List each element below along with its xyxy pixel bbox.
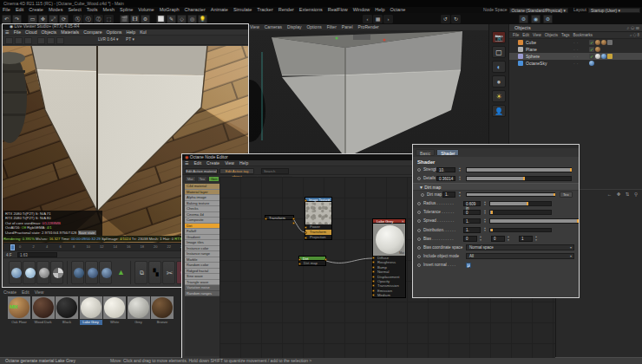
object-tree-row[interactable]: Plane ·· ✓ [509,46,642,53]
viewport-menu-item[interactable]: View [250,24,259,30]
objects-menu-item[interactable]: Bookmarks [573,32,593,38]
render-pv-icon[interactable]: 🎞 [130,15,140,23]
object-tags[interactable]: ✓ [589,54,613,59]
lv-tool-icon[interactable] [15,37,23,44]
menu-item[interactable]: Character [182,7,208,13]
lv-menu-item[interactable]: Help [126,29,135,35]
radius-value[interactable]: 0.609 in [463,201,481,207]
distribution-slider[interactable] [489,228,552,233]
x-axis-icon[interactable]: Ⓧ [73,15,82,23]
z-axis-icon[interactable]: Ⓩ [94,15,103,23]
lv-apply-specular-icon[interactable] [99,261,112,284]
undo-icon[interactable]: ↶ [2,15,11,23]
object-tree-row[interactable]: Sphere ·· ✓ [509,53,642,60]
menu-item[interactable]: Mesh [101,7,117,13]
select-tool-icon[interactable]: ▭ [28,15,37,23]
lv-menu-item[interactable]: Kul [140,29,147,35]
anim-dot[interactable] [421,193,424,197]
coord-system-icon[interactable]: ⬚ [104,15,114,23]
node-space-dropdown[interactable]: Octane (Standard/Physical) ▾ [509,8,568,13]
layout-dropdown[interactable]: Startup (User) ▾ [588,8,640,13]
node-input-row[interactable]: Projection [305,235,332,240]
ne-menu-item[interactable]: View [225,160,234,166]
lv-tool-icon[interactable] [56,37,64,44]
menu-item[interactable]: Create [26,7,46,13]
add-light-icon[interactable]: 💡 [198,15,207,23]
tolerance-value[interactable]: 0 [463,210,481,216]
edit-active-material-button[interactable]: Edit Active material [185,168,218,174]
menu-item[interactable]: Octane [388,7,409,13]
material-node[interactable]: Lake Grey ✕ Mat DiffuseRoughnessBumpNorm… [372,218,406,298]
bias-x-value[interactable]: 0 [463,236,477,242]
viewport-menu-item[interactable]: Display [287,24,301,30]
node-category-tab[interactable]: Mat [185,176,196,182]
object-visibility-dots[interactable]: ·· [573,40,580,45]
lv-hamburger-icon[interactable]: ☰ [5,29,10,35]
ne-menu-item[interactable]: Edit [193,160,201,166]
sun-icon[interactable]: ☀ [492,90,506,102]
figure-icon[interactable]: 👤 [492,105,506,117]
bias-y-value[interactable]: 0 [491,236,505,242]
menu-item[interactable]: Simulate [231,7,254,13]
object-visibility-dots[interactable]: ·· [573,54,580,59]
object-tags[interactable]: ✓ [589,47,600,52]
add-spline-icon[interactable]: ✎ [167,15,176,23]
history-back-icon[interactable]: ↺ [441,15,450,23]
object-visibility-dots[interactable]: ·· [573,47,580,52]
lv-glossy-material-icon[interactable] [23,261,36,284]
transform-node[interactable]: Transform [265,215,294,220]
ne-hamburger-icon[interactable]: ☰ [185,160,188,166]
rotate-tool-icon[interactable]: ⟳ [59,15,69,23]
nav-back-icon[interactable]: ‹ [363,15,372,23]
lv-tool-icon[interactable] [37,37,45,44]
menu-item[interactable]: Modes [46,7,66,13]
nav-home-icon[interactable]: ▦ [373,15,383,23]
material-thumbnail[interactable]: Wood Dark [32,296,55,325]
image-texture-node[interactable]: Image Texture ✕ PowerTransformProjection [305,197,332,240]
material-thumbnail[interactable]: White [103,296,126,325]
material-thumbnail[interactable]: MIX Oak Floor [8,296,30,325]
lv-tool-icon[interactable] [24,37,32,44]
tab-basic[interactable]: Basic [416,149,435,156]
lv-menu-item[interactable]: Options [107,29,122,35]
y-axis-icon[interactable]: Ⓨ [83,15,93,23]
lv-scissors-icon[interactable]: ✂ [162,261,175,284]
lv-apply-glossy-icon[interactable] [85,261,98,284]
render-settings-icon[interactable]: ⚙ [141,15,150,23]
menu-item[interactable]: Extensions [297,7,325,13]
lv-checker-icon[interactable]: ▚ [148,261,161,284]
tolerance-slider[interactable] [489,210,552,215]
objects-panel-header[interactable]: Objects⌕ ◎ ☰ [509,24,642,32]
octane-lv-gear-icon[interactable]: ⚙ [543,15,553,23]
bias-space-dropdown[interactable]: Normal space [466,244,574,250]
lv-menu-item[interactable]: Materials [61,29,79,35]
strength-value[interactable]: 10. [436,167,455,173]
invert-normal-checkbox[interactable]: ✓ [466,263,471,268]
viewport-menu-item[interactable]: Cameras [265,24,282,30]
lv-diffuse-material-icon[interactable] [9,261,22,284]
add-generator-icon[interactable]: ◇ [177,15,187,23]
node-search-input[interactable]: Search [261,168,289,174]
menu-item[interactable]: Edit [13,7,26,13]
spread-value[interactable]: 1. [463,218,481,224]
anim-dot[interactable] [417,246,421,250]
objects-filter-icons[interactable]: ⌕ ◎ 8 [630,32,639,38]
material-thumbnail[interactable]: Grey [128,296,150,325]
material-menu-item[interactable]: Create [3,289,16,296]
objects-menu-item[interactable]: File [513,32,519,38]
viewport-menu-item[interactable]: ProRender [358,24,379,30]
anim-dot[interactable] [417,202,421,205]
object-tree-row[interactable]: OctaneSky ·· [509,60,642,67]
objects-menu-item[interactable]: View [533,32,541,38]
anim-dot[interactable] [417,168,421,172]
menu-item[interactable]: Tools [84,7,101,13]
scale-tool-icon[interactable]: ⤢ [49,15,58,23]
dirt-map-value[interactable]: 1. [442,192,455,198]
object-visibility-dots[interactable]: ·· [573,61,580,66]
octane-settings-gear-icon[interactable]: ⚙ [519,15,528,23]
dirt-map-slider[interactable] [466,192,555,198]
anim-dot[interactable] [417,177,421,180]
lv-resolution-dropdown[interactable]: LVR 0.64 ▾ [98,37,118,42]
tab-shader[interactable]: Shader [436,149,459,156]
viewport-menu-item[interactable]: Panel [342,24,353,30]
